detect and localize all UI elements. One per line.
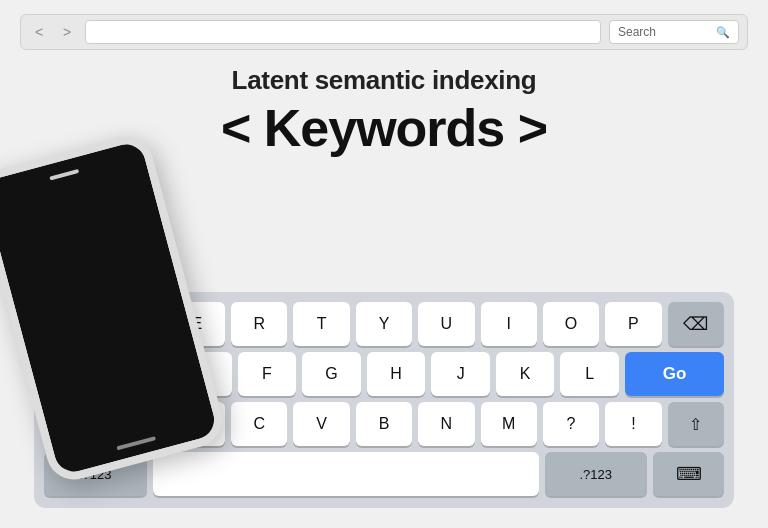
key-r[interactable]: R	[231, 302, 287, 346]
space-button[interactable]	[153, 452, 539, 496]
key-m[interactable]: M	[481, 402, 537, 446]
backspace-button[interactable]: ⌫	[668, 302, 724, 346]
key-h[interactable]: H	[367, 352, 426, 396]
search-label: Search	[618, 25, 712, 39]
key-l[interactable]: L	[560, 352, 619, 396]
shift-right-button[interactable]: ⇧	[668, 402, 724, 446]
key-c[interactable]: C	[231, 402, 287, 446]
key-exclaim[interactable]: !	[605, 402, 661, 446]
search-box[interactable]: Search 🔍	[609, 20, 739, 44]
address-bar[interactable]	[85, 20, 601, 44]
back-button[interactable]: <	[29, 22, 49, 42]
key-n[interactable]: N	[418, 402, 474, 446]
key-question[interactable]: ?	[543, 402, 599, 446]
key-y[interactable]: Y	[356, 302, 412, 346]
key-t[interactable]: T	[293, 302, 349, 346]
nav-buttons: < >	[29, 22, 77, 42]
emoji-button[interactable]: ⌨	[653, 452, 724, 496]
key-g[interactable]: G	[302, 352, 361, 396]
key-p[interactable]: P	[605, 302, 661, 346]
phone-screen	[0, 140, 219, 476]
browser-bar: < > Search 🔍	[20, 14, 748, 50]
key-o[interactable]: O	[543, 302, 599, 346]
subtitle-heading: Latent semantic indexing	[0, 65, 768, 96]
key-k[interactable]: K	[496, 352, 555, 396]
go-button[interactable]: Go	[625, 352, 724, 396]
key-i[interactable]: I	[481, 302, 537, 346]
forward-button[interactable]: >	[57, 22, 77, 42]
key-v[interactable]: V	[293, 402, 349, 446]
num-button-right[interactable]: .?123	[545, 452, 648, 496]
key-j[interactable]: J	[431, 352, 490, 396]
key-u[interactable]: U	[418, 302, 474, 346]
search-icon: 🔍	[716, 26, 730, 39]
key-f[interactable]: F	[238, 352, 297, 396]
key-b[interactable]: B	[356, 402, 412, 446]
